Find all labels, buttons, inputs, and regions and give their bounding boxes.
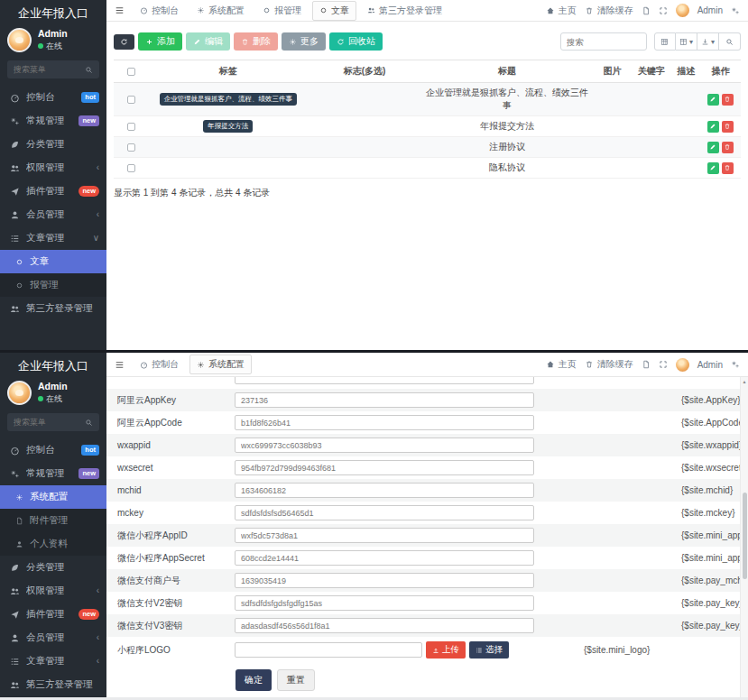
col-header-flag[interactable]: 标志(多选) bbox=[308, 60, 420, 83]
clear-cache-link[interactable]: 清除缓存 bbox=[585, 358, 633, 371]
tab-system-config[interactable]: 系统配置 bbox=[189, 355, 252, 374]
menu-search-input[interactable] bbox=[14, 418, 85, 427]
export-button[interactable]: ▾ bbox=[697, 32, 719, 51]
avatar[interactable] bbox=[676, 4, 689, 17]
tab-article[interactable]: 文章 bbox=[312, 1, 356, 21]
col-header-operate[interactable]: 操作 bbox=[700, 60, 741, 83]
mchid-input[interactable] bbox=[235, 483, 534, 498]
scroll-up-arrow[interactable]: ▲ bbox=[741, 377, 748, 386]
gears-icon[interactable] bbox=[731, 360, 740, 369]
sidebar-item-addon[interactable]: 插件管理new bbox=[0, 603, 106, 626]
navbar-user-name[interactable]: Admin bbox=[697, 5, 723, 15]
delete-row-button[interactable] bbox=[722, 94, 734, 106]
sidebar-item-addon[interactable]: 插件管理new bbox=[0, 180, 106, 203]
row-checkbox[interactable] bbox=[127, 164, 135, 172]
edit-row-button[interactable] bbox=[707, 162, 719, 174]
sidebar-item-category[interactable]: 分类管理 bbox=[0, 133, 106, 156]
delete-button[interactable]: 删除 bbox=[234, 32, 278, 51]
tab-system-config[interactable]: 系统配置 bbox=[189, 1, 252, 21]
template-var: {$site.AppKey} bbox=[681, 395, 741, 405]
config-input[interactable] bbox=[235, 377, 534, 384]
sidebar-item-attachment[interactable]: 附件管理 bbox=[0, 509, 106, 532]
fullscreen-icon[interactable] bbox=[659, 360, 668, 369]
pay-mchid-input[interactable] bbox=[235, 573, 534, 588]
sidebar-item-report-manage[interactable]: 报管理 bbox=[0, 273, 106, 297]
sidebar-item-auth[interactable]: 权限管理‹ bbox=[0, 579, 106, 603]
delete-row-button[interactable] bbox=[722, 162, 734, 174]
appcode-input[interactable] bbox=[235, 415, 534, 430]
sidebar-item-article-manage[interactable]: 文章管理‹ bbox=[0, 649, 106, 673]
scrollbar-thumb[interactable] bbox=[743, 493, 747, 579]
col-header-image[interactable]: 图片 bbox=[594, 60, 632, 83]
reset-button[interactable]: 重置 bbox=[277, 669, 315, 691]
row-checkbox[interactable] bbox=[127, 143, 135, 152]
sidebar-item-profile[interactable]: 个人资料 bbox=[0, 532, 106, 556]
wxsecret-input[interactable] bbox=[235, 460, 534, 475]
pay-key-v3-input[interactable] bbox=[235, 618, 534, 633]
tab-report-manage[interactable]: 报管理 bbox=[255, 1, 309, 21]
more-button[interactable]: 更多 bbox=[282, 32, 326, 51]
scrollbar[interactable]: ▲ bbox=[740, 377, 748, 697]
sidebar-item-third-login[interactable]: 第三方登录管理 bbox=[0, 297, 106, 320]
menu-search-input[interactable] bbox=[14, 65, 85, 74]
fixed-columns-button[interactable] bbox=[654, 32, 676, 51]
tab-dashboard[interactable]: 控制台 bbox=[133, 355, 186, 374]
col-header-description[interactable]: 描述 bbox=[672, 60, 700, 83]
sidebar-item-dashboard[interactable]: 控制台hot bbox=[0, 438, 106, 462]
navbar-user-name[interactable]: Admin bbox=[697, 360, 723, 370]
refresh-button[interactable] bbox=[114, 34, 134, 50]
sidebar-item-article-manage[interactable]: 文章管理∨ bbox=[0, 226, 106, 250]
table-search-input[interactable] bbox=[560, 32, 647, 51]
clear-cache-link[interactable]: 清除缓存 bbox=[585, 5, 633, 17]
home-link[interactable]: 主页 bbox=[546, 5, 577, 17]
tab-dashboard[interactable]: 控制台 bbox=[133, 1, 186, 21]
col-header-title[interactable]: 标题 bbox=[421, 60, 594, 83]
mini-appid-input[interactable] bbox=[235, 528, 534, 543]
sidebar-item-general[interactable]: 常规管理new bbox=[0, 109, 106, 133]
sidebar-toggle-button[interactable] bbox=[106, 360, 133, 370]
sidebar-item-system-config[interactable]: 系统配置 bbox=[0, 485, 106, 509]
appkey-input[interactable] bbox=[235, 392, 534, 408]
col-header-tag[interactable]: 标签 bbox=[148, 60, 308, 83]
mckey-input[interactable] bbox=[235, 505, 534, 520]
wxappid-input[interactable] bbox=[235, 438, 534, 453]
sidebar-item-category[interactable]: 分类管理 bbox=[0, 556, 106, 579]
fullscreen-icon[interactable] bbox=[659, 6, 668, 15]
avatar[interactable] bbox=[7, 28, 32, 52]
add-button[interactable]: 添加 bbox=[138, 32, 182, 51]
select-all-checkbox[interactable] bbox=[127, 68, 135, 76]
submit-button[interactable]: 确定 bbox=[235, 669, 272, 691]
sidebar-item-article[interactable]: 文章 bbox=[0, 250, 106, 273]
mini-appsecret-input[interactable] bbox=[235, 550, 534, 566]
shortcut-icon[interactable] bbox=[642, 360, 651, 369]
sidebar-item-general[interactable]: 常规管理new bbox=[0, 462, 106, 485]
avatar[interactable] bbox=[676, 358, 689, 372]
sidebar-item-auth[interactable]: 权限管理‹ bbox=[0, 156, 106, 180]
upload-button[interactable]: 上传 bbox=[426, 641, 466, 658]
mini-logo-input[interactable] bbox=[235, 642, 422, 658]
sidebar-item-member[interactable]: 会员管理‹ bbox=[0, 626, 106, 649]
delete-row-button[interactable] bbox=[722, 142, 734, 153]
gears-icon[interactable] bbox=[731, 6, 740, 15]
search-button[interactable] bbox=[719, 32, 741, 51]
sidebar-item-dashboard[interactable]: 控制台hot bbox=[0, 86, 106, 109]
edit-button[interactable]: 编辑 bbox=[186, 32, 230, 51]
shortcut-icon[interactable] bbox=[642, 6, 651, 15]
row-checkbox[interactable] bbox=[127, 96, 135, 104]
choose-button[interactable]: 选择 bbox=[469, 641, 509, 658]
sidebar-toggle-button[interactable] bbox=[106, 5, 133, 15]
tab-third-login[interactable]: 第三方登录管理 bbox=[360, 1, 449, 21]
col-header-keywords[interactable]: 关键字 bbox=[631, 60, 671, 83]
edit-row-button[interactable] bbox=[707, 142, 719, 153]
recycle-bin-button[interactable]: 回收站 bbox=[329, 32, 383, 51]
sidebar-item-third-login[interactable]: 第三方登录管理 bbox=[0, 673, 106, 696]
row-checkbox[interactable] bbox=[127, 123, 135, 131]
pay-key-v2-input[interactable] bbox=[235, 595, 534, 611]
delete-row-button[interactable] bbox=[722, 121, 734, 133]
sidebar-item-member[interactable]: 会员管理‹ bbox=[0, 203, 106, 226]
avatar[interactable] bbox=[7, 381, 32, 405]
edit-row-button[interactable] bbox=[707, 121, 719, 133]
home-link[interactable]: 主页 bbox=[546, 358, 577, 371]
columns-button[interactable]: ▾ bbox=[676, 32, 697, 51]
edit-row-button[interactable] bbox=[707, 94, 719, 106]
